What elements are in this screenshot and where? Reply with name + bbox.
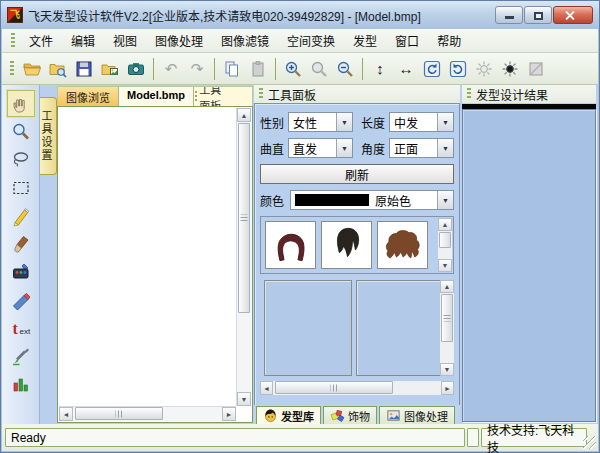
title-bar[interactable]: 飞 飞天发型设计软件V2.2[企业版本,技术请致电020-39492829] -… xyxy=(1,1,599,29)
scroll-thumb[interactable] xyxy=(75,407,163,420)
chevron-down-icon[interactable]: ▼ xyxy=(437,191,453,209)
length-select[interactable]: 中发 ▼ xyxy=(389,112,454,132)
rotate-left-button[interactable] xyxy=(420,57,444,81)
result-panel-title: 发型设计结果 xyxy=(476,86,548,103)
redo-button[interactable]: ↷ xyxy=(185,57,209,81)
canvas-vertical-scrollbar[interactable]: ▲ ▼ xyxy=(236,108,251,406)
menu-image-processing[interactable]: 图像处理 xyxy=(146,29,212,52)
scroll-thumb[interactable] xyxy=(275,381,393,394)
rotate-left-icon xyxy=(422,59,442,79)
thumbnail-scrollbar[interactable]: ▲ ▼ xyxy=(438,218,452,272)
tab-ornaments[interactable]: 饰物 xyxy=(323,406,377,425)
crop-button[interactable] xyxy=(524,57,548,81)
tool-settings-tab[interactable]: 工具设置 xyxy=(40,97,57,175)
tab-hairstyle-library[interactable]: 发型库 xyxy=(256,406,321,425)
result-display-area[interactable] xyxy=(462,109,596,422)
panel-grip[interactable] xyxy=(259,88,263,100)
rotate-right-button[interactable] xyxy=(446,57,470,81)
preview-box-1[interactable] xyxy=(264,280,352,376)
close-button[interactable] xyxy=(553,6,593,24)
brush-tool-button[interactable] xyxy=(7,230,35,257)
scroll-thumb[interactable] xyxy=(441,294,453,342)
menu-file[interactable]: 文件 xyxy=(20,29,62,52)
undo-button[interactable]: ↶ xyxy=(159,57,183,81)
copy-button[interactable] xyxy=(220,57,244,81)
lasso-tool-button[interactable] xyxy=(7,146,35,173)
preview-box-2[interactable] xyxy=(356,280,444,376)
capture-button[interactable] xyxy=(124,57,148,81)
paste-button[interactable] xyxy=(246,57,270,81)
scroll-thumb[interactable] xyxy=(238,123,250,313)
import-image-button[interactable] xyxy=(98,57,122,81)
zoom-out-button[interactable] xyxy=(333,57,357,81)
menu-space-transform[interactable]: 空间变换 xyxy=(278,29,344,52)
scroll-left-button[interactable]: ◄ xyxy=(59,407,73,421)
menu-edit[interactable]: 编辑 xyxy=(62,29,104,52)
minimize-button[interactable] xyxy=(495,6,523,24)
preview-vertical-scrollbar[interactable]: ▲ ▼ xyxy=(440,280,454,376)
scroll-thumb[interactable] xyxy=(439,232,451,248)
hair-thumbnail-2[interactable] xyxy=(321,221,372,269)
tab-image-processing[interactable]: 图像处理 xyxy=(379,406,455,425)
angle-select[interactable]: 正面 ▼ xyxy=(389,138,454,158)
flip-vertical-button[interactable]: ↕ xyxy=(368,57,392,81)
result-panel-header: 发型设计结果 xyxy=(462,85,596,103)
menu-help[interactable]: 帮助 xyxy=(428,29,470,52)
menu-hairstyle[interactable]: 发型 xyxy=(344,29,386,52)
brightness-button[interactable] xyxy=(472,57,496,81)
preview-horizontal-scrollbar[interactable]: ◄ ► xyxy=(260,381,454,395)
scroll-right-button[interactable]: ► xyxy=(222,407,236,421)
scroll-down-button[interactable]: ▼ xyxy=(438,259,452,272)
hair-thumbnail-3[interactable] xyxy=(377,221,428,269)
text-tool-button[interactable]: text xyxy=(7,314,35,341)
menu-image-filter[interactable]: 图像滤镜 xyxy=(212,29,278,52)
curl-select[interactable]: 直发 ▼ xyxy=(288,138,353,158)
zoom-actual-button[interactable] xyxy=(307,57,331,81)
scroll-up-button[interactable]: ▲ xyxy=(438,218,452,231)
maximize-button[interactable] xyxy=(524,6,552,24)
menu-window[interactable]: 窗口 xyxy=(386,29,428,52)
gender-select[interactable]: 女性 ▼ xyxy=(288,112,353,132)
scroll-down-button[interactable]: ▼ xyxy=(237,392,251,406)
scroll-down-button[interactable]: ▼ xyxy=(440,363,454,376)
color-select[interactable]: 原始色 ▼ xyxy=(290,190,454,210)
chevron-down-icon[interactable]: ▼ xyxy=(336,113,352,131)
toolbar-grip[interactable] xyxy=(10,61,14,77)
refresh-button[interactable]: 刷新 xyxy=(260,164,454,184)
status-bar: Ready 技术支持:飞天科技 xyxy=(2,424,598,451)
undo-icon: ↶ xyxy=(165,60,178,78)
browse-button[interactable] xyxy=(46,57,70,81)
rotate-right-icon xyxy=(448,59,468,79)
chevron-down-icon[interactable]: ▼ xyxy=(336,139,352,157)
hair-thumbnail-1[interactable] xyxy=(265,221,316,269)
zoom-in-button[interactable] xyxy=(281,57,305,81)
resize-grip[interactable] xyxy=(583,436,596,449)
image-canvas[interactable] xyxy=(59,108,236,406)
menu-view[interactable]: 视图 xyxy=(104,29,146,52)
menu-grip[interactable] xyxy=(11,33,15,49)
chevron-down-icon[interactable]: ▼ xyxy=(437,113,453,131)
scroll-left-button[interactable]: ◄ xyxy=(260,381,273,395)
save-button[interactable] xyxy=(72,57,96,81)
palette-tool-button[interactable] xyxy=(7,258,35,285)
scroll-up-button[interactable]: ▲ xyxy=(440,280,454,293)
hand-tool-button[interactable] xyxy=(7,90,35,117)
chevron-down-icon[interactable]: ▼ xyxy=(437,139,453,157)
marquee-tool-button[interactable] xyxy=(7,174,35,201)
freehand-select-tool-button[interactable] xyxy=(7,202,35,229)
eyedropper-tool-button[interactable] xyxy=(7,342,35,369)
flip-horizontal-button[interactable]: ↔ xyxy=(394,57,418,81)
open-button[interactable] xyxy=(20,57,44,81)
panel-grip[interactable] xyxy=(467,88,471,100)
zoom-tool-button[interactable] xyxy=(7,118,35,145)
tab-model-bmp[interactable]: Model.bmp xyxy=(119,87,194,106)
tab-image-browser[interactable]: 图像浏览 xyxy=(58,87,119,106)
scroll-up-button[interactable]: ▲ xyxy=(237,108,251,122)
tab-tool-panel-clipped[interactable]: 工具面板 xyxy=(194,87,224,106)
workspace: text 工具设置 图像浏览 Model.bmp 工具面板 ▲ ▼ ◄ xyxy=(2,85,598,425)
histogram-tool-button[interactable] xyxy=(7,370,35,397)
canvas-horizontal-scrollbar[interactable]: ◄ ► xyxy=(59,406,236,421)
scroll-right-button[interactable]: ► xyxy=(441,381,454,395)
contrast-button[interactable] xyxy=(498,57,522,81)
eraser-tool-button[interactable] xyxy=(7,286,35,313)
